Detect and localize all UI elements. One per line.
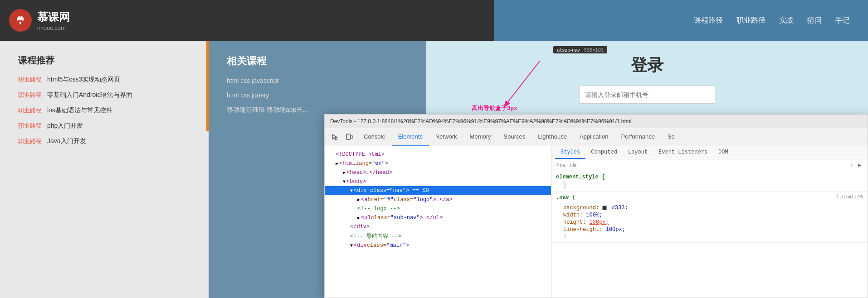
- tooltip-size: 536×103: [584, 47, 604, 53]
- nav-source: 1.html:26: [836, 194, 863, 202]
- triangle-head[interactable]: ▶: [343, 170, 346, 175]
- sidebar-link-1[interactable]: 零基础入门Android语法与界面: [47, 91, 132, 99]
- styles-panel: Styles Computed Layout Event Listeners D…: [551, 146, 868, 298]
- triangle-main[interactable]: ▼: [350, 243, 353, 248]
- html-div-nav[interactable]: ... ▼ <div class="nav"> == $0: [325, 186, 551, 195]
- tab-more[interactable]: Se: [661, 128, 681, 146]
- tab-lighthouse[interactable]: Lighthouse: [532, 128, 573, 146]
- triangle-subnav[interactable]: ▶: [357, 215, 360, 221]
- annotation-text: 高出导航盒子3px: [472, 104, 517, 112]
- color-swatch: [602, 206, 607, 210]
- html-comment-nav: <!-- 导航内容 -->: [325, 231, 551, 241]
- tab-network[interactable]: Network: [429, 128, 463, 146]
- nav-style-header: .nav { 1.html:26: [556, 194, 863, 202]
- sidebar-link-2[interactable]: ios基础语法与常见控件: [47, 106, 112, 115]
- nav-rule-lineheight: line-height: 100px;: [556, 226, 863, 233]
- tab-performance[interactable]: Performance: [614, 128, 661, 146]
- html-panel: <!DOCTYPE html> ▶ <html lang= "en" > ▶ <…: [325, 146, 551, 298]
- left-sidebar: 课程推荐 职业路径 html5与css3实现动态网页 职业路径 零基础入门And…: [0, 41, 209, 298]
- svg-rect-3: [20, 22, 21, 24]
- svg-point-2: [19, 17, 22, 20]
- nav-rule-bg: background: #333;: [556, 204, 863, 211]
- svg-rect-7: [351, 135, 352, 139]
- middle-item-1: html css jquery: [227, 91, 408, 99]
- nav-selector: .nav {: [556, 194, 575, 201]
- list-item: 职业路径 ios基础语法与常见控件: [18, 106, 190, 115]
- triangle-body[interactable]: ▼: [343, 179, 346, 184]
- nav-kecheng[interactable]: 课程路径: [694, 16, 723, 25]
- annotation-arrow: [494, 52, 576, 111]
- html-comment-logo: <!-- logo -->: [325, 204, 551, 213]
- sidebar-link-0[interactable]: html5与css3实现动态网页: [47, 76, 120, 84]
- logo-icon: [9, 9, 32, 32]
- html-a-logo: ▶ <a href= "#" class= "logo" > … </a>: [325, 195, 551, 204]
- logo-area: 慕课网 imooc.com: [0, 9, 70, 32]
- tab-elements[interactable]: Elements: [392, 128, 429, 146]
- html-close-div: </div>: [325, 222, 551, 231]
- html-body: ▼ <body>: [325, 177, 551, 186]
- sidebar-link-4[interactable]: Java入门开发: [47, 137, 86, 145]
- sidebar-tag-1[interactable]: 职业路径: [18, 91, 42, 99]
- inspect-icon[interactable]: [328, 131, 341, 144]
- orange-border: [206, 41, 209, 131]
- devtools-panel: DevTools - 127.0.0.1:8848/1%20%E7%AD%94%…: [324, 114, 868, 298]
- nav-shouji[interactable]: 手记: [835, 16, 850, 25]
- tab-console[interactable]: Console: [357, 128, 392, 146]
- html-html: ▶ <html lang= "en" >: [325, 159, 551, 168]
- sidebar-title: 课程推荐: [18, 54, 190, 67]
- nav-zhiye[interactable]: 职业路径: [736, 16, 766, 25]
- tab-memory[interactable]: Memory: [463, 128, 497, 146]
- logo-cn: 慕课网: [37, 10, 70, 24]
- styles-sub-tabs: Styles Computed Layout Event Listeners D…: [551, 146, 868, 159]
- nav-rule-height: height: 100px;: [556, 219, 863, 226]
- html-div-main: ▼ <div class= "main" >: [325, 241, 551, 250]
- logo-text: 慕课网 imooc.com: [37, 10, 70, 31]
- element-style-selector: element.style {: [556, 174, 863, 180]
- triangle-nav[interactable]: ▼: [350, 188, 353, 193]
- list-item: 职业路径 php入门开发: [18, 122, 190, 130]
- element-style-block: element.style { }: [551, 171, 868, 192]
- nav-style-block: .nav { 1.html:26 background: #333; width…: [551, 192, 868, 243]
- html-doctype: <!DOCTYPE html>: [325, 150, 551, 159]
- right-navbar: 课程路径 职业路径 实战 猜问 手记: [494, 0, 868, 41]
- list-item: 职业路径 零基础入门Android语法与界面: [18, 91, 190, 99]
- tab-application[interactable]: Application: [573, 128, 615, 146]
- nav-shizhan[interactable]: 实战: [779, 16, 794, 25]
- top-navbar: 慕课网 imooc.com: [0, 0, 494, 41]
- login-email-input[interactable]: [579, 86, 715, 104]
- tab-sources[interactable]: Sources: [497, 128, 532, 146]
- nav-style-close: }: [556, 233, 863, 240]
- triangle-html[interactable]: ▶: [336, 161, 338, 166]
- middle-title: 相关课程: [227, 54, 408, 68]
- styles-filter-row: + ▶: [551, 159, 868, 171]
- element-style-close: }: [556, 182, 863, 188]
- logo-en: imooc.com: [37, 24, 70, 31]
- sidebar-tag-4[interactable]: 职业路径: [18, 137, 42, 145]
- styles-tab-eventlisteners[interactable]: Event Listeners: [653, 146, 713, 159]
- styles-tab-dom[interactable]: DOM: [713, 146, 734, 159]
- svg-rect-6: [346, 134, 350, 139]
- devtools-body: <!DOCTYPE html> ▶ <html lang= "en" > ▶ <…: [325, 146, 868, 298]
- triangle-logo[interactable]: ▶: [357, 197, 360, 202]
- nav-caiquan[interactable]: 猜问: [807, 16, 822, 25]
- sidebar-tag-3[interactable]: 职业路径: [18, 122, 42, 130]
- sidebar-tag-0[interactable]: 职业路径: [18, 76, 42, 84]
- html-ul-subnav: ▶ <ul class= "sub-nav" > … </ul>: [325, 213, 551, 222]
- styles-add-btn[interactable]: +: [847, 162, 856, 169]
- svg-line-5: [508, 61, 540, 102]
- styles-expand-btn[interactable]: ▶: [855, 161, 864, 169]
- styles-filter-input[interactable]: [555, 162, 847, 168]
- sidebar-tag-2[interactable]: 职业路径: [18, 106, 42, 115]
- devtools-title: DevTools - 127.0.0.1:8848/1%20%E7%AD%94%…: [330, 118, 631, 125]
- list-item: 职业路径 Java入门开发: [18, 137, 190, 145]
- middle-item-0: html css javascript: [227, 77, 408, 84]
- styles-tab-computed[interactable]: Computed: [585, 146, 623, 159]
- nav-rule-width: width: 100%;: [556, 211, 863, 219]
- device-icon[interactable]: [343, 131, 356, 144]
- devtools-tabs-row: Console Elements Network Memory Sources …: [325, 128, 868, 146]
- sidebar-link-3[interactable]: php入门开发: [47, 122, 83, 130]
- devtools-titlebar: DevTools - 127.0.0.1:8848/1%20%E7%AD%94%…: [325, 115, 868, 128]
- middle-item-2: 移动端基础班 移动端app开...: [227, 106, 408, 114]
- styles-tab-layout[interactable]: Layout: [623, 146, 653, 159]
- styles-tab-styles[interactable]: Styles: [555, 146, 585, 159]
